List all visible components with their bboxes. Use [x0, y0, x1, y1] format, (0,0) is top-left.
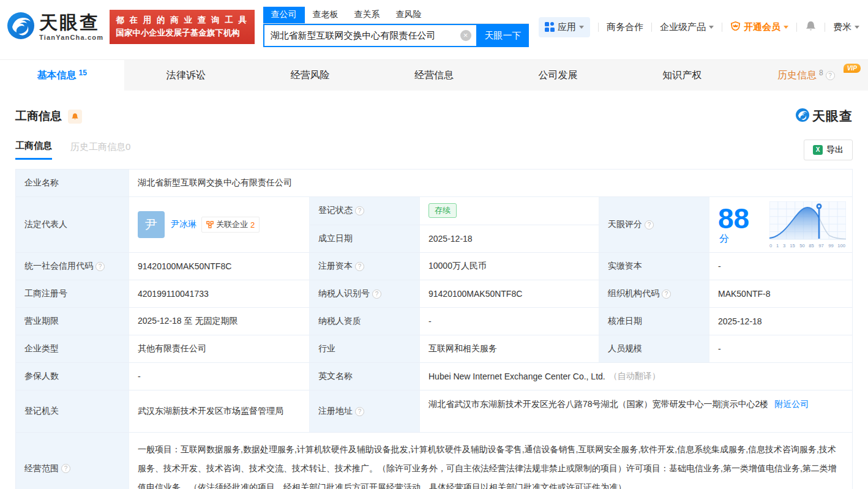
table-row: 经营范围? 一般项目：互联网数据服务,数据处理服务,计算机软硬件及辅助设备批发,… — [16, 433, 852, 489]
tab-basic-info-label: 基本信息 — [37, 69, 77, 82]
help-icon[interactable]: ? — [95, 262, 105, 271]
org-network-icon — [206, 221, 214, 228]
main-content: 工商信息 天眼查 工商信息 历史工商信息0 X 导出 企业名称 — [0, 108, 868, 489]
taxpayer-qualification-value: - — [420, 308, 599, 335]
reg-status-label-cell: 登记状态 ? — [310, 197, 420, 225]
nearby-companies-link[interactable]: 附近公司 — [774, 399, 809, 409]
staff-size-label: 人员规模 — [599, 335, 709, 362]
company-tabbar: 基本信息 15 法律诉讼 经营风险 经营信息 公司发展 知识产权 VIP 历史信… — [0, 59, 868, 91]
notification-bell[interactable] — [805, 20, 817, 34]
tab-risk-label: 经营风险 — [290, 69, 329, 82]
search-input[interactable]: 湖北省新型互联网交换中心有限责任公司 × — [263, 24, 477, 47]
industry-label: 行业 — [310, 335, 420, 362]
reg-address-cell: 湖北省武汉市东湖新技术开发区光谷八路78号湖北（国家）宽带研发中心一期演示中心2… — [420, 390, 852, 432]
tab-development[interactable]: 公司发展 — [496, 60, 620, 91]
help-icon[interactable]: ? — [61, 464, 70, 473]
legal-rep-label: 法定代表人 — [16, 197, 129, 252]
section-title: 工商信息 — [15, 108, 62, 124]
search-tab-company[interactable]: 查公司 — [263, 7, 305, 23]
top-header: 天眼查 TianYanCha.com 都 在 用 的 商 业 查 询 工 具 国… — [0, 0, 868, 54]
nav-cooperation[interactable]: 商务合作 — [607, 21, 643, 33]
business-scope-label-cell: 经营范围? — [16, 433, 129, 489]
search-tabs: 查公司 查老板 查关系 查风险 — [263, 7, 529, 24]
clear-search-icon[interactable]: × — [460, 30, 471, 41]
search-tab-boss[interactable]: 查老板 — [305, 7, 346, 23]
table-row: 统一社会信用代码? 91420100MAK50NTF8C 注册资本? 10000… — [16, 253, 852, 280]
chevron-down-icon — [579, 26, 584, 29]
tab-basic-info-count: 15 — [79, 69, 87, 77]
avatar[interactable]: 尹 — [138, 211, 165, 238]
tab-basic-info[interactable]: 基本信息 15 — [0, 60, 124, 91]
reg-address-value: 湖北省武汉市东湖新技术开发区光谷八路78号湖北（国家）宽带研发中心一期演示中心2… — [428, 399, 768, 409]
help-icon[interactable]: ? — [662, 289, 671, 299]
score-distribution-chart[interactable]: 01 315 5085 9799 100 — [769, 201, 846, 248]
reg-capital-value: 10000万人民币 — [420, 253, 599, 280]
tab-operation-label: 经营信息 — [414, 69, 454, 82]
nav-open-vip-label: 开通会员 — [744, 21, 780, 33]
help-icon[interactable]: ? — [355, 407, 364, 416]
english-name-value: Hubei New Internet Exchange Center Co., … — [428, 371, 605, 381]
reg-status-label: 登记状态 — [318, 205, 353, 216]
company-name-value: 湖北省新型互联网交换中心有限责任公司 — [129, 170, 852, 196]
search-button[interactable]: 天眼一下 — [477, 24, 529, 47]
bell-icon — [805, 20, 817, 34]
legal-rep-cell: 尹 尹冰琳 关联企业 2 — [129, 197, 310, 252]
table-row: 法定代表人 尹 尹冰琳 关联企业 2 登记状态 ? 存续 — [16, 197, 852, 253]
status-date-block: 登记状态 ? 存续 成立日期 2025-12-18 — [310, 197, 599, 252]
search-tab-relation[interactable]: 查关系 — [346, 7, 388, 23]
bell-icon — [71, 113, 79, 121]
subtab-history-business-info[interactable]: 历史工商信息0 — [70, 141, 130, 159]
nav-cooperation-label: 商务合作 — [607, 21, 643, 33]
paid-capital-value: - — [709, 253, 852, 280]
nav-divider — [598, 23, 599, 32]
spacer — [0, 54, 868, 59]
tab-development-label: 公司发展 — [539, 69, 578, 82]
english-name-cell: Hubei New Internet Exchange Center Co., … — [420, 363, 852, 390]
approval-date-label: 核准日期 — [599, 308, 709, 335]
search-tab-risk[interactable]: 查风险 — [388, 7, 430, 23]
export-button-label: 导出 — [826, 144, 844, 155]
org-code-label-cell: 组织机构代码? — [599, 280, 709, 307]
tab-ip-label: 知识产权 — [662, 69, 702, 82]
nav-apps[interactable]: 应用 — [539, 17, 590, 37]
tab-risk[interactable]: 经营风险 — [248, 60, 372, 91]
approval-date-value: 2025-12-18 — [709, 308, 852, 335]
subscribe-bell-button[interactable] — [68, 110, 82, 124]
related-companies-badge[interactable]: 关联企业 2 — [201, 217, 260, 233]
nav-divider — [722, 23, 722, 32]
auto-translate-note: （自动翻译） — [609, 371, 660, 382]
score-axis-ticks: 01 315 5085 9799 100 — [769, 243, 846, 248]
help-icon[interactable]: ? — [645, 220, 654, 230]
table-row: 企业名称 湖北省新型互联网交换中心有限责任公司 — [16, 170, 852, 197]
taxpayer-qualification-label: 纳税人资质 — [310, 308, 420, 335]
nav-enterprise[interactable]: 企业级产品 — [660, 21, 714, 33]
tab-legal[interactable]: 法律诉讼 — [124, 60, 249, 91]
business-info-table: 企业名称 湖北省新型互联网交换中心有限责任公司 法定代表人 尹 尹冰琳 关联企业… — [15, 169, 853, 489]
help-icon[interactable]: ? — [372, 289, 381, 299]
export-button[interactable]: X 导出 — [804, 140, 853, 160]
related-companies-count: 2 — [250, 220, 255, 230]
legal-rep-name-link[interactable]: 尹冰琳 — [171, 219, 196, 230]
nav-divider — [651, 23, 652, 32]
chevron-down-icon — [784, 26, 788, 29]
tab-ip[interactable]: 知识产权 — [620, 60, 744, 91]
table-row: 参保人数 - 英文名称 Hubei New Internet Exchange … — [16, 363, 852, 390]
paid-capital-label: 实缴资本 — [599, 253, 709, 280]
tab-operation[interactable]: 经营信息 — [372, 60, 496, 91]
search-input-value: 湖北省新型互联网交换中心有限责任公司 — [271, 30, 460, 42]
reg-address-label-cell: 注册地址? — [310, 390, 420, 432]
taxpayer-id-value: 91420100MAK50NTF8C — [420, 280, 599, 307]
watermark-brand: 天眼查 — [812, 108, 853, 125]
tab-history[interactable]: VIP 历史信息 8 ? — [744, 60, 868, 91]
table-row: 营业期限 2025-12-18 至 无固定期限 纳税人资质 - 核准日期 202… — [16, 308, 852, 335]
excel-icon: X — [813, 145, 823, 155]
nav-open-vip[interactable]: 开通会员 — [730, 21, 788, 33]
org-code-value: MAK50NTF-8 — [709, 280, 852, 307]
help-icon[interactable]: ? — [355, 206, 364, 215]
nav-user[interactable]: 费米 — [833, 21, 859, 33]
help-icon[interactable]: ? — [355, 262, 364, 271]
help-icon[interactable]: ? — [826, 71, 835, 80]
subtab-business-info[interactable]: 工商信息 — [15, 140, 52, 160]
tianyancha-logo[interactable]: 天眼查 TianYanCha.com — [6, 11, 103, 43]
insured-count-label: 参保人数 — [16, 363, 129, 390]
